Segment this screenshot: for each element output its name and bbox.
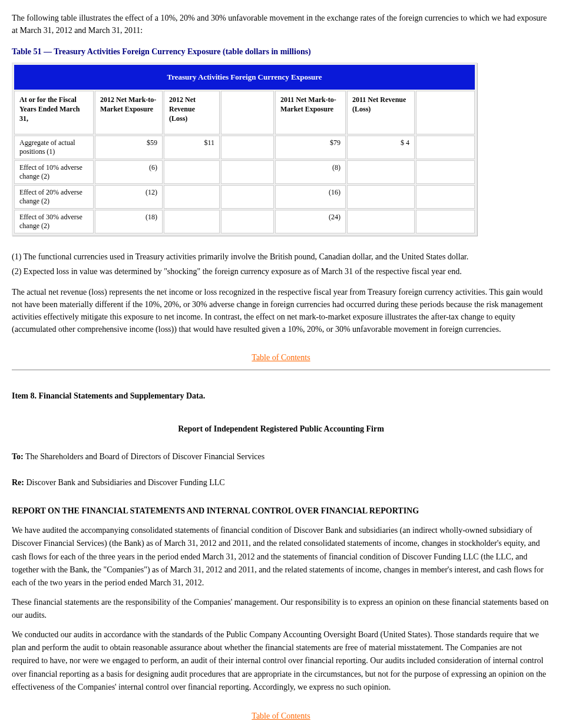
table-header-3: 2011 Net Mark-to-Market Exposure bbox=[275, 91, 346, 134]
note-1: (1) The functional currencies used in Tr… bbox=[12, 251, 550, 263]
row3-label: Effect of 30% adverse change (2) bbox=[14, 210, 94, 233]
section-footer-2: Table of Contents bbox=[12, 711, 550, 721]
toc-link-1[interactable]: Table of Contents bbox=[252, 353, 310, 362]
note-2: (2) Expected loss in value was determine… bbox=[12, 265, 550, 278]
intro-paragraph: The following table illustrates the effe… bbox=[12, 12, 550, 37]
row3-c2 bbox=[164, 210, 220, 233]
row0-c1: $59 bbox=[95, 136, 163, 159]
row1-c4 bbox=[347, 160, 415, 184]
row1-c1: (6) bbox=[95, 160, 163, 184]
table-row: Effect of 20% adverse change (2) (12) (1… bbox=[14, 185, 475, 209]
row3-c1: (18) bbox=[95, 210, 163, 233]
row1-pad1 bbox=[221, 160, 274, 184]
table-header-2: 2012 Net Revenue (Loss) bbox=[164, 91, 220, 134]
row2-pad1 bbox=[221, 185, 274, 209]
section-title: Table 51 — Treasury Activities Foreign C… bbox=[12, 47, 550, 57]
row2-pad2 bbox=[416, 185, 475, 209]
row1-c2 bbox=[164, 160, 220, 184]
row0-c3: $79 bbox=[275, 136, 346, 159]
item-8-title: Item 8. Financial Statements and Supplem… bbox=[12, 391, 550, 401]
table-title-cell: Treasury Activities Foreign Currency Exp… bbox=[14, 65, 475, 90]
row0-c2: $11 bbox=[164, 136, 220, 159]
row1-label: Effect of 10% adverse change (2) bbox=[14, 160, 94, 184]
row1-c3: (8) bbox=[275, 160, 346, 184]
table-notes: (1) The functional currencies used in Tr… bbox=[12, 251, 550, 278]
row2-c1: (12) bbox=[95, 185, 163, 209]
table-row: Aggregate of actual positions (1) $59 $1… bbox=[14, 136, 475, 159]
table-header-1: 2012 Net Mark-to-Market Exposure bbox=[95, 91, 163, 134]
row0-pad1 bbox=[221, 136, 274, 159]
table-header-pad2 bbox=[416, 91, 475, 134]
row2-label: Effect of 20% adverse change (2) bbox=[14, 185, 94, 209]
row3-pad1 bbox=[221, 210, 274, 233]
row0-pad2 bbox=[416, 136, 475, 159]
row0-c4: $ 4 bbox=[347, 136, 415, 159]
toc-link-2[interactable]: Table of Contents bbox=[252, 711, 310, 720]
table-header-0: At or for the Fiscal Years Ended March 3… bbox=[14, 91, 94, 134]
row3-c3: (24) bbox=[275, 210, 346, 233]
row3-pad2 bbox=[416, 210, 475, 233]
row2-c4 bbox=[347, 185, 415, 209]
section-footer: Table of Contents bbox=[12, 353, 550, 363]
table-header-pad1 bbox=[221, 91, 274, 134]
audit-para-3: We conducted our audits in accordance wi… bbox=[12, 628, 550, 694]
table-row: Effect of 10% adverse change (2) (6) (8) bbox=[14, 160, 475, 184]
table-row: Effect of 30% adverse change (2) (18) (2… bbox=[14, 210, 475, 233]
fx-exposure-table: Treasury Activities Foreign Currency Exp… bbox=[12, 62, 477, 236]
fmt-paragraph: The actual net revenue (loss) represents… bbox=[12, 286, 550, 335]
section-divider bbox=[12, 370, 550, 370]
table-header-4: 2011 Net Revenue (Loss) bbox=[347, 91, 415, 134]
addressee-to: To: The Shareholders and Board of Direct… bbox=[12, 450, 550, 463]
audit-para-2: These financial statements are the respo… bbox=[12, 596, 550, 622]
row0-label: Aggregate of actual positions (1) bbox=[14, 136, 94, 159]
row2-c3: (16) bbox=[275, 185, 346, 209]
addressee-re: Re: Discover Bank and Subsidiaries and D… bbox=[12, 476, 550, 489]
audit-para-1: We have audited the accompanying consoli… bbox=[12, 524, 550, 590]
row2-c2 bbox=[164, 185, 220, 209]
auditor-report-heading: Report of Independent Registered Public … bbox=[12, 424, 550, 434]
row3-c4 bbox=[347, 210, 415, 233]
report-section-heading: REPORT ON THE FINANCIAL STATEMENTS AND I… bbox=[12, 506, 550, 516]
row1-pad2 bbox=[416, 160, 475, 184]
